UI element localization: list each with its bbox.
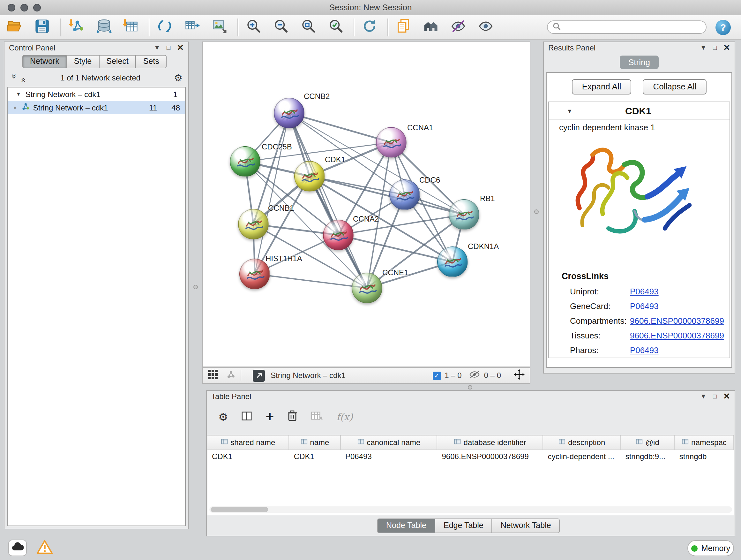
close-panel-icon[interactable]: ✕ [177,44,184,51]
zoom-selected-button[interactable] [326,17,345,37]
network-node-cdc25b[interactable] [230,146,260,177]
tab-select[interactable]: Select [99,55,136,68]
cell-name[interactable]: CDK1 [289,452,341,461]
network-edge[interactable] [255,274,367,288]
table-options-gear-icon[interactable]: ⚙ [218,410,228,424]
cell-namespace[interactable]: stringdb [675,452,734,461]
network-edge[interactable] [338,235,453,262]
crosslink-link[interactable]: P06493 [630,346,659,355]
collapse-all-button[interactable]: Collapse All [643,79,707,95]
column-header-shared-name[interactable]: shared name [207,435,289,449]
panel-menu-icon[interactable]: ▼ [700,44,706,51]
tab-style[interactable]: Style [67,55,99,68]
float-panel-icon[interactable]: □ [166,44,171,51]
cloud-status-button[interactable] [8,540,27,556]
scrollbar-thumb[interactable] [211,507,268,512]
bottom-splitter-handle[interactable] [468,385,472,389]
add-column-plus-icon[interactable]: + [266,411,274,423]
float-panel-icon[interactable]: □ [713,393,717,399]
selected-checkbox-icon[interactable]: ✓ [432,371,441,380]
network-node-ccna1[interactable] [376,127,407,158]
warnings-button[interactable] [35,540,54,556]
help-button[interactable]: ? [716,19,731,35]
column-header-description[interactable]: description [543,435,621,449]
network-node-ccna2[interactable] [323,220,354,250]
cell-shared-name[interactable]: CDK1 [207,452,289,461]
expand-all-button[interactable]: Expand All [572,79,631,95]
apply-layout-button[interactable] [360,17,379,37]
network-from-table-button[interactable] [183,17,202,37]
string-tab-badge[interactable]: String [619,56,659,69]
crosslink-link[interactable]: 9606.ENSP00000378699 [630,316,724,326]
close-panel-icon[interactable]: ✕ [723,44,730,51]
show-all-button[interactable] [476,17,495,37]
network-node-ccnb1[interactable] [238,209,269,240]
first-neighbors-button[interactable] [421,17,441,37]
column-header-id[interactable]: @id [621,435,675,449]
import-network-from-file-button[interactable] [66,17,85,37]
panel-menu-icon[interactable]: ▼ [154,44,160,51]
expand-all-icon[interactable]: » [18,74,27,82]
network-node-ccnb2[interactable] [274,98,305,128]
column-header-namespace[interactable]: namespac [675,435,734,449]
tab-network[interactable]: Network [22,55,67,68]
network-node-cdk1[interactable] [294,161,325,192]
horizontal-scrollbar[interactable] [209,506,732,513]
tab-node-table[interactable]: Node Table [377,518,435,533]
copy-document-button[interactable] [394,17,413,37]
hide-selected-button[interactable] [449,17,468,37]
import-table-from-file-button[interactable] [121,17,140,37]
float-panel-icon[interactable]: □ [713,44,717,51]
column-header-canonical-name[interactable]: canonical name [341,435,437,449]
column-header-database-identifier[interactable]: database identifier [437,435,543,449]
column-header-name[interactable]: name [289,435,341,449]
collapse-section-caret-icon[interactable]: ▼ [567,108,572,114]
network-edge[interactable] [255,113,289,274]
open-session-button[interactable] [5,17,24,37]
cell-description[interactable]: cyclin-dependent ... [543,452,621,461]
save-session-button[interactable] [32,17,52,37]
network-node-rb1[interactable] [449,199,479,230]
crosslink-link[interactable]: P06493 [630,301,659,311]
table-row[interactable]: CDK1 CDK1 P06493 9606.ENSP00000378699 cy… [207,450,734,463]
birds-eye-crosshair-icon[interactable] [514,369,525,382]
zoom-out-button[interactable] [271,17,290,37]
network-canvas[interactable]: CCNB2CCNA1CDC25BCDK1CDC6RB1CCNB1CCNA2CDK… [202,42,530,367]
zoom-fit-button[interactable] [299,17,318,37]
grid-view-icon[interactable] [208,370,218,381]
tab-edge-table[interactable]: Edge Table [435,518,492,533]
tab-sets[interactable]: Sets [136,55,167,68]
import-network-from-database-button[interactable] [94,17,113,37]
network-node-ccne1[interactable] [352,273,382,303]
cell-canonical-name[interactable]: P06493 [341,452,437,461]
protein-section-header[interactable]: ▼ CDK1 [549,102,730,120]
network-node-cdkn1a[interactable] [437,246,468,277]
close-panel-icon[interactable]: ✕ [723,392,730,400]
show-columns-icon[interactable] [242,410,253,424]
network-item-row[interactable]: ● String Network – cdk1 11 48 [8,101,185,114]
delete-column-trash-icon[interactable] [287,410,297,424]
crosslink-link[interactable]: 9606.ENSP00000378699 [630,331,724,340]
tree-expand-caret-icon[interactable]: ▼ [16,91,21,97]
memory-button[interactable]: Memory [687,540,734,556]
network-edge[interactable] [289,113,391,142]
panel-menu-icon[interactable]: ▼ [700,393,706,399]
network-collection-row[interactable]: ▼ String Network – cdk1 1 [8,87,185,101]
zoom-in-button[interactable] [244,17,263,37]
hidden-eye-slash-icon[interactable] [469,370,480,381]
cell-database-identifier[interactable]: 9606.ENSP00000378699 [437,452,543,461]
tab-network-table[interactable]: Network Table [492,518,560,533]
crosslink-link[interactable]: P06493 [630,287,659,296]
right-splitter-handle[interactable] [534,209,539,214]
network-node-cdc6[interactable] [389,179,420,210]
network-options-gear-icon[interactable]: ⚙ [174,72,183,84]
network-view-mode-icon[interactable] [225,370,235,381]
table-arrow-icon [184,18,200,37]
open-in-new-window-button[interactable] [253,369,265,381]
cell-id[interactable]: stringdb:9... [621,452,675,461]
new-network-button[interactable] [155,17,174,37]
search-input[interactable] [564,22,701,32]
left-splitter-handle[interactable] [193,285,198,289]
network-node-hist1h1a[interactable] [239,259,270,289]
export-image-button[interactable] [210,17,229,37]
